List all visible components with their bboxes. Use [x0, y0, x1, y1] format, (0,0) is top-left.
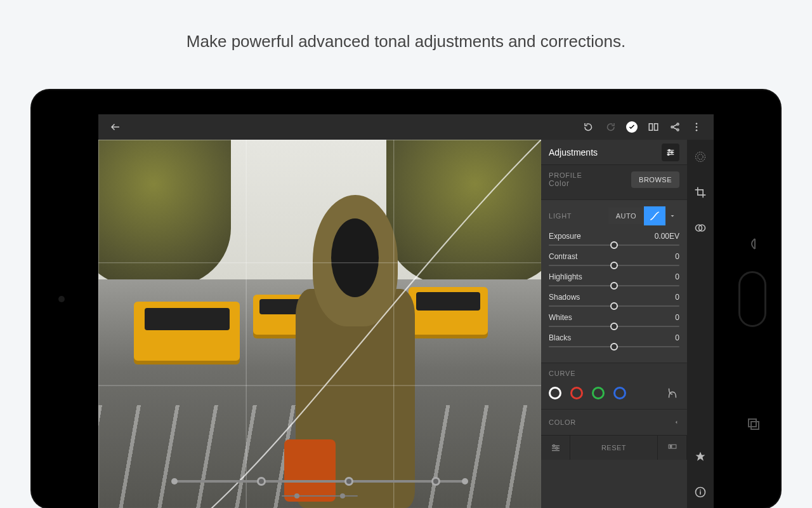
panel-footer: RESET: [541, 436, 687, 460]
presets-button[interactable]: [658, 436, 687, 460]
svg-point-14: [556, 447, 558, 449]
svg-point-9: [696, 130, 698, 131]
image-canvas[interactable]: [98, 140, 541, 508]
slider-value: 0: [675, 252, 679, 261]
slider-value: 0: [675, 313, 679, 322]
slider-thumb[interactable]: [610, 282, 618, 290]
overflow-menu[interactable]: [686, 116, 707, 138]
color-mix-tool[interactable]: [692, 220, 709, 236]
tool-rail: [687, 140, 714, 508]
svg-rect-16: [670, 446, 671, 448]
curve-channel-blue[interactable]: [613, 387, 626, 399]
slider-label: Highlights: [549, 272, 582, 281]
reset-button[interactable]: RESET: [570, 436, 658, 460]
color-heading: COLOR: [549, 418, 576, 426]
previous-versions-button[interactable]: [541, 436, 570, 460]
slider-label: Exposure: [549, 232, 581, 241]
svg-point-11: [671, 151, 673, 153]
slider-thumb[interactable]: [610, 262, 618, 269]
redo-button[interactable]: [578, 116, 599, 138]
browse-profiles-button[interactable]: BROWSE: [631, 171, 679, 188]
rate-star-button[interactable]: [692, 448, 709, 465]
slider-thumb[interactable]: [610, 302, 618, 310]
app-bar: [98, 114, 714, 140]
tone-region-slider[interactable]: [174, 480, 465, 483]
slider-blacks[interactable]: Blacks0: [549, 333, 679, 347]
app-screen: Adjustments PROFILE Color BROWSE: [98, 114, 714, 508]
adjustments-settings-button[interactable]: [662, 144, 679, 161]
curve-channel-green[interactable]: [592, 387, 605, 399]
slider-contrast[interactable]: Contrast0: [549, 252, 679, 266]
tablet-softkey-back[interactable]: [746, 236, 761, 251]
svg-rect-0: [749, 419, 756, 427]
svg-point-5: [677, 123, 679, 125]
svg-rect-2: [649, 124, 652, 131]
filmstrip-scrollbar[interactable]: [282, 495, 358, 497]
slider-shadows[interactable]: Shadows0: [549, 293, 679, 307]
panel-title: Adjustments: [549, 147, 598, 157]
svg-rect-3: [655, 124, 658, 131]
curve-channel-red[interactable]: [570, 387, 583, 399]
slider-thumb[interactable]: [610, 241, 618, 249]
profile-value: Color: [549, 179, 582, 188]
slider-value: 0: [675, 272, 679, 281]
share-button[interactable]: [664, 116, 686, 138]
slider-label: Shadows: [549, 293, 580, 302]
slider-thumb[interactable]: [610, 343, 618, 351]
tablet-frame: Adjustments PROFILE Color BROWSE: [32, 90, 780, 508]
tablet-softkey-recent[interactable]: [746, 417, 761, 432]
curve-section: CURVE: [541, 363, 687, 410]
light-section: LIGHT AUTO Exposure0.00EVContrast0Highli…: [541, 200, 687, 363]
radial-gradient-tool[interactable]: [692, 149, 709, 165]
crop-tool[interactable]: [692, 184, 709, 201]
curve-heading: CURVE: [549, 370, 679, 377]
svg-point-6: [677, 129, 679, 131]
parametric-curve-icon[interactable]: [665, 386, 679, 400]
tablet-home-button[interactable]: [738, 271, 766, 327]
svg-rect-15: [669, 444, 676, 448]
svg-point-12: [667, 154, 669, 156]
svg-rect-1: [751, 422, 759, 429]
compare-button[interactable]: [643, 116, 664, 138]
svg-point-8: [696, 126, 698, 128]
profile-heading: PROFILE: [549, 171, 582, 179]
slider-whites[interactable]: Whites0: [549, 313, 679, 327]
photo-preview: [98, 140, 541, 508]
slider-label: Contrast: [549, 252, 577, 261]
svg-point-17: [696, 152, 705, 162]
slider-value: 0: [675, 293, 679, 302]
slider-highlights[interactable]: Highlights0: [549, 272, 679, 286]
tone-curve-toggle[interactable]: [644, 206, 665, 225]
slider-value: 0.00EV: [655, 232, 679, 241]
color-section-header[interactable]: COLOR: [541, 410, 687, 436]
light-heading: LIGHT: [549, 212, 572, 220]
tablet-camera: [58, 296, 65, 302]
curve-channel-luma[interactable]: [549, 387, 561, 399]
slider-thumb[interactable]: [610, 323, 618, 330]
svg-point-7: [696, 123, 698, 124]
light-mode-dropdown[interactable]: [665, 206, 679, 225]
page-caption: Make powerful advanced tonal adjustments…: [0, 0, 812, 51]
svg-point-13: [553, 445, 554, 447]
slider-label: Whites: [549, 313, 572, 322]
confirm-button[interactable]: [621, 116, 643, 138]
slider-label: Blacks: [549, 333, 571, 342]
slider-exposure[interactable]: Exposure0.00EV: [549, 232, 679, 246]
auto-button[interactable]: AUTO: [608, 208, 644, 224]
slider-value: 0: [675, 333, 679, 342]
info-button[interactable]: [692, 484, 709, 500]
svg-point-10: [669, 149, 671, 151]
svg-point-4: [671, 126, 673, 128]
svg-point-18: [698, 154, 703, 159]
adjustments-panel: Adjustments PROFILE Color BROWSE: [541, 140, 687, 508]
back-button[interactable]: [105, 116, 126, 138]
undo-button[interactable]: [599, 116, 621, 138]
profile-section: PROFILE Color BROWSE: [541, 165, 687, 200]
